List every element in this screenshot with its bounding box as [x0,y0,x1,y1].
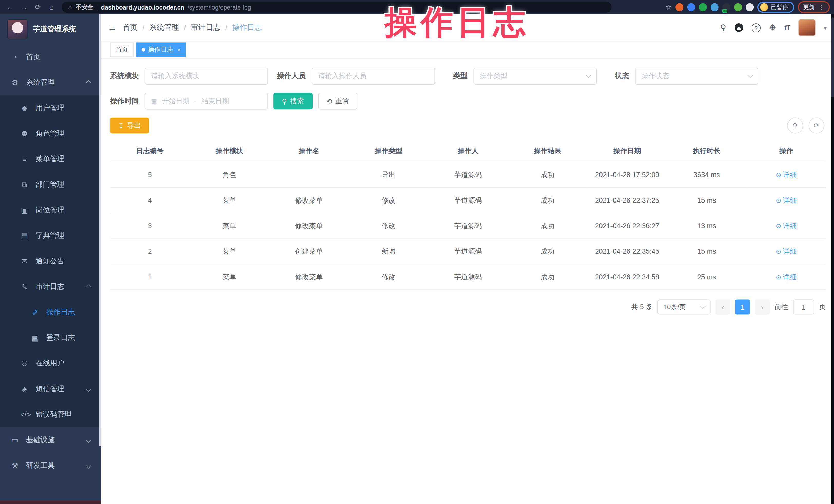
pagination: 共 5 条 10条/页 ‹ 1 › 前往 页 [110,300,826,314]
user-avatar[interactable] [798,19,815,36]
sidebar-item-login-log[interactable]: ▦登录日志 [0,325,101,351]
hide-search-icon[interactable]: ⚲ [787,118,803,134]
tab-操作日志[interactable]: 操作日志× [136,43,186,57]
tab-首页[interactable]: 首页 [110,43,134,57]
docs-help-icon[interactable]: ? [751,23,761,32]
security-warning-icon: ⚠ [68,5,72,10]
detail-link[interactable]: ⊙详细 [776,272,797,282]
search-button[interactable]: ⚲ 搜索 [273,92,312,109]
gear-icon: ⚙ [10,78,19,87]
date-range-input[interactable]: ▦ 开始日期 - 结束日期 [145,92,268,109]
table-cell: 3 [110,213,190,239]
sidebar-collapse-icon[interactable]: ≡ [109,22,115,34]
table-cell: 修改 [349,188,428,213]
font-size-icon[interactable]: tT [784,24,790,31]
post-badge-icon: ▣ [20,206,29,214]
table-cell: 2021-04-26 22:36:27 [587,213,667,239]
window-scrollbar[interactable] [831,15,834,504]
app-logo [7,19,28,40]
end-date-placeholder: 结束日期 [201,96,229,106]
search-icon[interactable]: ⚲ [720,23,726,32]
table-row: 2菜单创建菜单新增芋道源码成功2021-04-26 22:35:4515 ms⊙… [110,239,826,264]
browser-back-icon[interactable]: ← [4,0,16,15]
operator-input[interactable]: 请输入操作人员 [312,68,435,85]
detail-link[interactable]: ⊙详细 [776,247,797,256]
sidebar-item-sms-management[interactable]: ◈短信管理 [0,376,101,402]
sidebar-item-infrastructure[interactable]: ▭基础设施 [0,427,101,453]
column-header: 操作人 [428,140,508,162]
breadcrumb-item[interactable]: 系统管理 [149,23,179,32]
breadcrumb-item[interactable]: 首页 [123,23,138,32]
export-button[interactable]: ↧ 导出 [110,118,149,134]
sms-shield-icon: ◈ [20,385,29,393]
sidebar-item-audit-log[interactable]: ✎审计日志 [0,274,101,300]
extension-orange-icon[interactable] [676,3,683,11]
prev-page-button[interactable]: ‹ [715,300,730,314]
browser-reload-icon[interactable]: ⟳ [32,0,44,15]
profile-chip[interactable]: 已暂停 [758,2,794,13]
extension-leaf-icon[interactable] [734,3,742,11]
next-page-button[interactable]: › [755,300,770,314]
app-title: 芋道管理系统 [33,24,76,34]
extension-teal-split-icon[interactable] [711,3,719,11]
profile-chip-label: 已暂停 [771,3,788,11]
sidebar-item-online-users[interactable]: ⚇在线用户 [0,351,101,376]
sidebar-item-home[interactable]: ◔首页 [0,44,101,70]
page-1-button[interactable]: 1 [735,300,750,314]
table-cell: 菜单 [190,264,269,290]
sidebar-scrollbar[interactable] [99,15,101,446]
page-size-select[interactable]: 10条/页 [658,300,711,314]
goto-page-input[interactable] [793,300,814,314]
detail-link[interactable]: ⊙详细 [776,196,797,205]
app-logo-row[interactable]: 芋道管理系统 [0,15,101,44]
extension-green-v-icon[interactable] [699,3,707,11]
sidebar-item-label: 菜单管理 [36,154,65,164]
table-cell: 菜单 [190,239,269,264]
browser-forward-icon[interactable]: → [18,0,30,15]
type-select[interactable]: 操作类型 [473,68,597,85]
sidebar-item-user-management[interactable]: ☻用户管理 [0,95,101,121]
table-cell: 成功 [508,213,587,239]
detail-link[interactable]: ⊙详细 [776,221,797,231]
extension-dark-on-icon[interactable]: on [722,3,730,11]
table-cell-action: ⊙详细 [746,162,826,188]
table-cell: 芋道源码 [428,188,508,213]
detail-link[interactable]: ⊙详细 [776,170,797,179]
sidebar-item-dev-tools[interactable]: ⚒研发工具 [0,453,101,478]
status-select[interactable]: 操作状态 [635,68,759,85]
extension-puzzle-icon[interactable] [746,3,753,11]
fullscreen-icon[interactable]: ✥ [769,23,776,32]
scrollbar-thumb[interactable] [831,18,834,97]
sidebar-item-notice[interactable]: ✉通知公告 [0,248,101,274]
sidebar-item-error-code-management[interactable]: </>错误码管理 [0,402,101,427]
refresh-icon[interactable]: ⟳ [809,118,825,134]
table-cell: 4 [110,188,190,213]
sidebar-item-operate-log[interactable]: ✐操作日志 [0,300,101,325]
table-cell: 3634 ms [667,162,747,188]
breadcrumb-item[interactable]: 审计日志 [191,23,220,32]
sidebar-item-role-management[interactable]: ⚉角色管理 [0,121,101,146]
bookmark-star-icon[interactable]: ☆ [666,3,672,11]
sidebar-item-label: 研发工具 [26,461,55,470]
sidebar-item-menu-management[interactable]: ≡菜单管理 [0,146,101,172]
browser-menu-kebab-icon[interactable]: ⋮ [818,3,825,11]
table-row: 5角色导出芋道源码成功2021-04-28 17:52:093634 ms⊙详细 [110,162,826,188]
module-input[interactable]: 请输入系统模块 [145,68,268,85]
sidebar-bottom-strip [0,501,101,504]
browser-home-icon[interactable]: ⌂ [46,0,58,15]
extension-blue-pin-icon[interactable] [687,3,695,11]
update-button[interactable]: 更新 ⋮ [798,1,830,13]
sidebar-item-post-management[interactable]: ▣岗位管理 [0,197,101,223]
sidebar-item-system-management[interactable]: ⚙系统管理 [0,70,101,95]
detail-link-label: 详细 [783,196,797,205]
sidebar-item-label: 字典管理 [36,231,65,240]
module-placeholder: 请输入系统模块 [151,71,199,81]
sidebar-item-dept-management[interactable]: ⧉部门管理 [0,172,101,197]
sidebar-item-dict-management[interactable]: ▤字典管理 [0,223,101,248]
detail-link-label: 详细 [783,170,797,179]
close-icon[interactable]: × [177,46,180,53]
avatar-caret-icon[interactable]: ▾ [824,25,827,30]
reset-button[interactable]: ⟲ 重置 [318,92,358,109]
column-header: 操作结果 [508,140,587,162]
github-icon[interactable] [734,23,743,32]
